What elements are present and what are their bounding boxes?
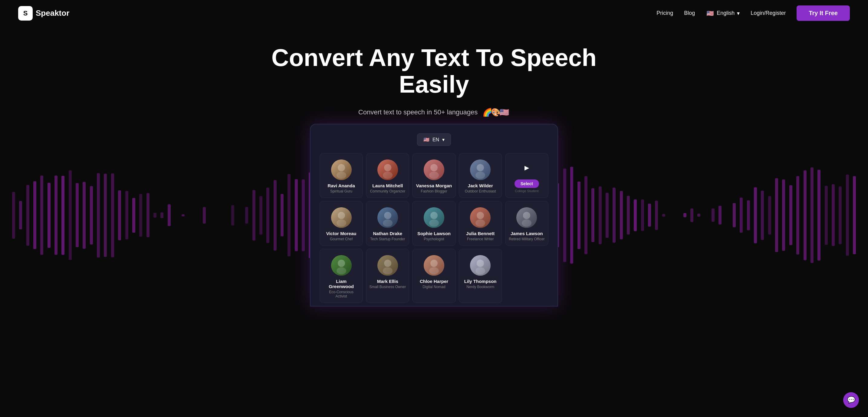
voice-name-ravi: Ravi Ananda xyxy=(323,183,360,188)
svg-point-2 xyxy=(337,171,346,179)
nav-blog[interactable]: Blog xyxy=(684,10,695,17)
voice-name-nathan: Nathan Drake xyxy=(369,231,406,236)
voice-card-vanessa[interactable]: Vanessa Morgan Fashion Blogger xyxy=(412,153,456,198)
avatar-laura xyxy=(377,159,398,180)
try-free-button[interactable]: Try It Free xyxy=(797,5,850,21)
hero-subtitle: Convert text to speech in 50+ languages … xyxy=(6,107,862,118)
language-label: English xyxy=(717,10,735,17)
voice-role-james: Retired Military Officer xyxy=(508,237,545,241)
voice-role-vanessa: Fashion Blogger xyxy=(415,189,452,193)
voice-card-lily[interactable]: Lily Thompson Nerdy Bookworm xyxy=(459,249,502,303)
svg-point-23 xyxy=(475,219,485,227)
navbar: S Speaktor Pricing Blog 🇺🇸 English ▾ Log… xyxy=(0,0,868,26)
voice-card-chloe[interactable]: Chloe Harper Digital Nomad xyxy=(412,249,456,303)
svg-point-32 xyxy=(383,267,393,275)
avatar-lily xyxy=(470,255,491,276)
svg-point-1 xyxy=(338,164,345,171)
chat-icon: 💬 xyxy=(847,396,855,404)
voice-name-liam: Liam Greenwood xyxy=(323,279,360,289)
language-selector[interactable]: 🇺🇸 English ▾ xyxy=(706,9,740,18)
voice-card-select[interactable]: ▶ Select College Student xyxy=(505,153,549,198)
svg-point-34 xyxy=(430,260,438,267)
chevron-down-icon: ▾ xyxy=(737,10,740,17)
svg-point-31 xyxy=(384,260,391,267)
svg-point-26 xyxy=(522,219,531,227)
voice-grid: Ravi Ananda Spiritual Guru Laura Mitchel… xyxy=(319,153,549,306)
nav-links: Pricing Blog 🇺🇸 English ▾ Login/Register… xyxy=(656,5,850,21)
device-lang-label: EN xyxy=(433,137,439,142)
voice-card-julia[interactable]: Julia Bennett Freelance Writer xyxy=(459,201,502,246)
avatar-ravi xyxy=(331,159,352,180)
avatar-chloe xyxy=(424,255,444,276)
voice-name-julia: Julia Bennett xyxy=(462,231,499,236)
voice-role-chloe: Digital Nomad xyxy=(415,285,452,289)
voice-name-sophie: Sophie Lawson xyxy=(415,231,452,236)
avatar-sophie xyxy=(424,207,444,228)
svg-point-35 xyxy=(429,267,439,275)
device-flag: 🇺🇸 xyxy=(424,137,430,142)
voice-card-laura[interactable]: Laura Mitchell Community Organizer xyxy=(366,153,409,198)
select-voice-button[interactable]: Select xyxy=(515,180,539,188)
flag-icon: 🇺🇸 xyxy=(706,9,714,18)
avatar-mark xyxy=(377,255,398,276)
device-language-button[interactable]: 🇺🇸 EN ▾ xyxy=(417,133,451,146)
voice-role-laura: Community Organizer xyxy=(369,189,406,193)
avatar-nathan xyxy=(377,207,398,228)
svg-point-38 xyxy=(475,267,485,275)
svg-point-10 xyxy=(477,164,484,171)
avatar-vanessa xyxy=(424,159,444,180)
flag-us: 🇺🇸 xyxy=(499,107,510,118)
svg-point-14 xyxy=(337,219,346,227)
logo-box: S xyxy=(18,6,33,21)
voice-name-lily: Lily Thompson xyxy=(462,279,499,284)
voice-role-julia: Freelance Writer xyxy=(462,237,499,241)
svg-point-5 xyxy=(383,171,393,179)
voice-role-jack: Outdoor Enthusiast xyxy=(462,189,499,193)
svg-point-13 xyxy=(338,212,345,219)
voice-name-mark: Mark Ellis xyxy=(369,279,406,284)
logo-letter: S xyxy=(23,9,28,17)
svg-point-7 xyxy=(430,164,438,171)
svg-point-29 xyxy=(337,267,346,275)
svg-point-11 xyxy=(475,171,485,179)
voice-role-victor: Gourmet Chef xyxy=(323,237,360,241)
svg-point-25 xyxy=(523,212,530,219)
voice-name-laura: Laura Mitchell xyxy=(369,183,406,188)
avatar-liam xyxy=(331,255,352,276)
nav-pricing[interactable]: Pricing xyxy=(656,10,673,17)
voice-name-jack: Jack Wilder xyxy=(462,183,499,188)
voice-card-liam[interactable]: Liam Greenwood Eco-Conscious Activist xyxy=(319,249,363,303)
voice-card-jack[interactable]: Jack Wilder Outdoor Enthusiast xyxy=(459,153,502,198)
voice-role-liam: Eco-Conscious Activist xyxy=(323,290,360,298)
hero-section: Convert Any Text To Speech Easily Conver… xyxy=(0,26,868,118)
chat-bubble[interactable]: 💬 xyxy=(843,392,859,408)
voice-card-sophie[interactable]: Sophie Lawson Psychologist xyxy=(412,201,456,246)
svg-point-16 xyxy=(384,212,391,219)
logo[interactable]: S Speaktor xyxy=(18,6,69,21)
play-button-overlay: ▶ xyxy=(519,160,534,175)
voice-role-mark: Small Business Owner xyxy=(369,285,406,289)
svg-point-17 xyxy=(383,219,393,227)
nav-login[interactable]: Login/Register xyxy=(751,10,786,17)
voice-role-sophie: Psychologist xyxy=(415,237,452,241)
svg-point-8 xyxy=(429,171,439,179)
play-icon: ▶ xyxy=(525,164,529,171)
voice-card-james[interactable]: James Lawson Retired Military Officer xyxy=(505,201,549,246)
device-lang-selector: 🇺🇸 EN ▾ xyxy=(319,133,549,146)
waveform-section: 🇺🇸 EN ▾ Ravi Ananda Spiritual Guru xyxy=(0,124,868,307)
voice-card-nathan[interactable]: Nathan Drake Tech Startup Founder xyxy=(366,201,409,246)
voice-card-mark[interactable]: Mark Ellis Small Business Owner xyxy=(366,249,409,303)
voice-name-victor: Victor Moreau xyxy=(323,231,360,236)
voice-card-victor[interactable]: Victor Moreau Gourmet Chef xyxy=(319,201,363,246)
voice-role-nathan: Tech Startup Founder xyxy=(369,237,406,241)
svg-point-19 xyxy=(430,212,438,219)
voice-name-chloe: Chloe Harper xyxy=(415,279,452,284)
voice-card-ravi[interactable]: Ravi Ananda Spiritual Guru xyxy=(319,153,363,198)
svg-point-22 xyxy=(477,212,484,219)
svg-point-4 xyxy=(384,164,391,171)
avatar-james xyxy=(516,207,537,228)
avatar-jack xyxy=(470,159,491,180)
avatar-julia xyxy=(470,207,491,228)
svg-point-20 xyxy=(429,219,439,227)
voice-name-vanessa: Vanessa Morgan xyxy=(415,183,452,188)
